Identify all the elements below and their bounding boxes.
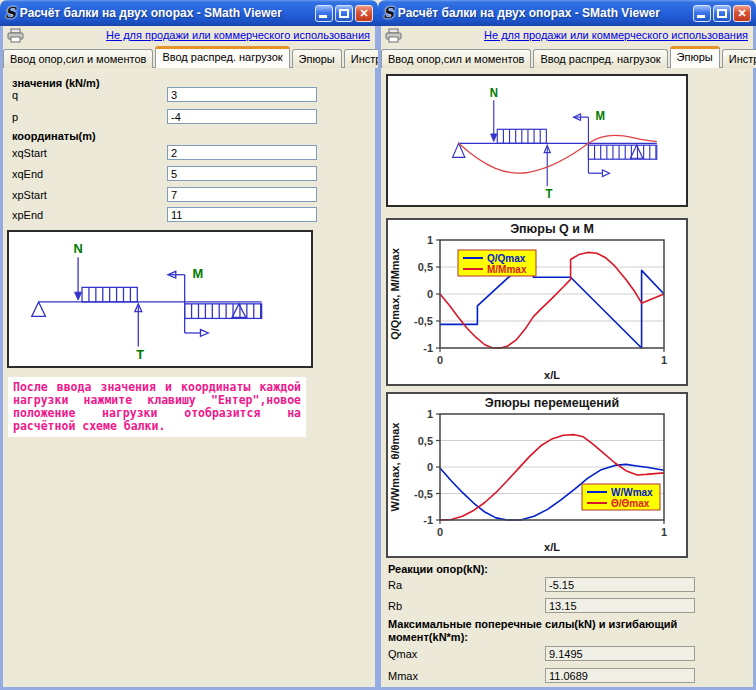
tab-instructions[interactable]: Инструкция — [344, 49, 378, 68]
rb-value-field[interactable] — [545, 598, 695, 613]
chart-displacements: 10,50-0,5-101Эпюры перемещенийx/LW/Wmax,… — [386, 392, 688, 558]
x-tick-label: 1 — [661, 526, 667, 538]
smath-logo-icon: S — [383, 4, 394, 22]
window-left-input: S Расчёт балки на двух опорах - SMath Vi… — [0, 0, 378, 690]
print-icon[interactable] — [7, 28, 24, 43]
force-n-arrow-icon — [491, 134, 497, 141]
xpend-input[interactable] — [167, 207, 317, 222]
beam-scheme-diagram: NMT — [7, 230, 313, 368]
rb-label: Rb — [388, 600, 402, 612]
note-text: После ввода значения и координаты каждой… — [8, 377, 306, 437]
legend-entry-label: W/Wmax — [611, 487, 653, 498]
tab-bar: Ввод опор,сил и моментов Ввод распред. н… — [3, 46, 375, 68]
tab-instructions[interactable]: Инструкция — [722, 49, 756, 68]
x-axis-label: x/L — [544, 369, 560, 381]
x-tick-label: 0 — [437, 354, 443, 366]
tab-distributed-loads[interactable]: Ввод распред. нагрузок — [155, 46, 289, 68]
q-input[interactable] — [167, 87, 317, 102]
y-tick-label: 1 — [427, 234, 433, 246]
qmax-value-field[interactable] — [545, 646, 695, 661]
toolbar: Не для продажи или коммерческого использ… — [381, 26, 753, 46]
section-values-label: значения (kN/m) — [12, 77, 100, 89]
titlebar[interactable]: S Расчёт балки на двух опорах - SMath Vi… — [378, 0, 756, 26]
tab-diagrams[interactable]: Эпюры — [670, 46, 720, 68]
xqend-input[interactable] — [167, 166, 317, 181]
ra-value-field[interactable] — [545, 577, 695, 592]
window-right-results: S Расчёт балки на двух опорах - SMath Vi… — [378, 0, 756, 690]
p-load-block — [588, 145, 656, 159]
y-tick-label: -0,5 — [414, 488, 433, 500]
p-input[interactable] — [167, 109, 317, 124]
chart-q-m: 10,50-0,5-101Эпюры Q и Мx/LQ/Qmax, M/Mma… — [386, 218, 688, 386]
legend-entry-label: Θ/Θmax — [611, 498, 650, 509]
x-tick-label: 0 — [437, 526, 443, 538]
support-b-icon — [630, 145, 642, 158]
qmax-label: Qmax — [388, 648, 417, 660]
smath-logo-icon: S — [5, 4, 16, 22]
y-tick-label: -1 — [423, 514, 433, 526]
x-axis-label: x/L — [544, 541, 560, 553]
support-a-icon — [453, 143, 465, 157]
y-tick-label: 0,5 — [418, 435, 433, 447]
beam-deflection-diagram: NMT — [386, 74, 688, 207]
xpstart-label: xpStart — [12, 189, 47, 201]
license-link[interactable]: Не для продажи или коммерческого использ… — [484, 29, 748, 41]
window-controls: ✕ — [691, 5, 751, 22]
print-icon[interactable] — [385, 28, 402, 43]
y-axis-label: W/Wmax, θ/θmax — [389, 422, 401, 512]
chart-title: Эпюры перемещений — [485, 396, 619, 410]
close-button[interactable]: ✕ — [733, 5, 751, 22]
xpend-label: xpEnd — [12, 209, 43, 221]
moment-arrow-right-icon — [200, 330, 208, 337]
maximize-button[interactable] — [713, 5, 731, 22]
mmax-value-field[interactable] — [545, 668, 695, 683]
support-b-icon — [232, 304, 246, 318]
legend-entry-label: Q/Qmax — [487, 253, 526, 264]
q-label: q — [12, 89, 18, 101]
x-tick-label: 1 — [661, 354, 667, 366]
y-tick-label: 1 — [427, 408, 433, 420]
tab-distributed-loads[interactable]: Ввод распред. нагрузок — [533, 49, 667, 68]
force-n-label: N — [490, 85, 498, 98]
maximize-button[interactable] — [335, 5, 353, 22]
tab-supports-forces[interactable]: Ввод опор,сил и моментов — [381, 49, 531, 68]
window-body: Не для продажи или коммерческого использ… — [0, 26, 378, 690]
deflection-curve — [459, 135, 657, 173]
window-title: Расчёт балки на двух опорах - SMath View… — [398, 6, 691, 20]
moment-arrow-right-icon — [602, 170, 609, 177]
window-body: Не для продажи или коммерческого использ… — [378, 26, 756, 690]
xqstart-input[interactable] — [167, 145, 317, 160]
section-coords-label: координаты(m) — [12, 130, 96, 142]
max-forces-heading: Максимальные поперечные силы(kN) и изгиб… — [388, 618, 688, 644]
titlebar[interactable]: S Расчёт балки на двух опорах - SMath Vi… — [0, 0, 378, 26]
tab-bar: Ввод опор,сил и моментов Ввод распред. н… — [381, 46, 753, 68]
y-tick-label: 0 — [427, 461, 433, 473]
y-tick-label: 0 — [427, 288, 433, 300]
tab-supports-forces[interactable]: Ввод опор,сил и моментов — [3, 49, 153, 68]
xqend-label: xqEnd — [12, 168, 43, 180]
mmax-label: Mmax — [388, 670, 418, 682]
window-title: Расчёт балки на двух опорах - SMath View… — [20, 6, 313, 20]
y-tick-label: -1 — [423, 342, 433, 354]
moment-m-label: M — [193, 266, 204, 281]
xpstart-input[interactable] — [167, 187, 317, 202]
force-t-label: T — [546, 187, 554, 200]
window-controls: ✕ — [313, 5, 373, 22]
y-tick-label: -0,5 — [414, 315, 433, 327]
chart-title: Эпюры Q и М — [510, 222, 594, 236]
close-button[interactable]: ✕ — [355, 5, 373, 22]
ra-label: Ra — [388, 579, 402, 591]
y-tick-label: 0,5 — [418, 261, 433, 273]
p-label: p — [12, 111, 18, 123]
desktop: S Расчёт балки на двух опорах - SMath Vi… — [0, 0, 756, 690]
force-t-label: T — [136, 347, 144, 362]
minimize-button[interactable] — [315, 5, 333, 22]
license-link[interactable]: Не для продажи или коммерческого использ… — [106, 29, 370, 41]
force-n-label: N — [73, 241, 82, 256]
moment-m-label: M — [595, 109, 605, 122]
xqstart-label: xqStart — [12, 147, 47, 159]
p-load-block — [185, 304, 262, 319]
legend-entry-label: M/Mmax — [487, 264, 527, 275]
minimize-button[interactable] — [693, 5, 711, 22]
tab-diagrams[interactable]: Эпюры — [292, 49, 342, 68]
